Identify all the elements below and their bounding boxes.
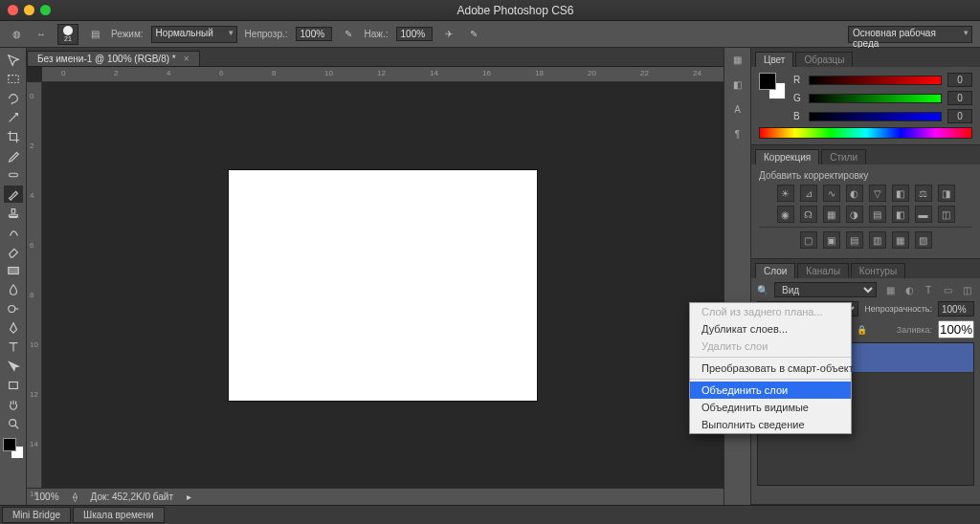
tab-paths[interactable]: Контуры <box>851 263 905 278</box>
character-panel-icon[interactable]: A <box>730 101 746 117</box>
foreground-background-swatch[interactable] <box>3 438 24 459</box>
doc-size[interactable]: Док: 452,2K/0 байт <box>91 491 173 502</box>
g-value[interactable]: 0 <box>947 91 972 105</box>
filter-shape-icon[interactable]: ▭ <box>940 283 955 296</box>
zoom-tool[interactable] <box>4 415 23 432</box>
stamp-tool[interactable] <box>4 205 23 222</box>
wand-tool[interactable] <box>4 109 23 126</box>
color-spectrum[interactable] <box>759 127 972 139</box>
adj-exposure-icon[interactable]: ◐ <box>846 185 863 202</box>
tab-styles[interactable]: Стили <box>821 149 866 164</box>
workspace-select[interactable]: Основная рабочая среда <box>848 26 972 43</box>
opacity-pressure-icon[interactable]: ✎ <box>340 26 357 43</box>
scrubby-icon[interactable]: ⟠ <box>73 491 78 502</box>
adj-channel-mixer-icon[interactable]: ☊ <box>800 206 817 223</box>
r-value[interactable]: 0 <box>947 73 972 87</box>
airbrush-icon[interactable]: ✈ <box>440 26 457 43</box>
move-tool[interactable] <box>4 52 23 69</box>
adj-bw-icon[interactable]: ◨ <box>938 185 955 202</box>
b-value[interactable]: 0 <box>947 109 972 123</box>
close-window-button[interactable] <box>8 5 18 15</box>
adj-preset3-icon[interactable]: ▤ <box>846 231 863 249</box>
menu-merge-visible[interactable]: Объединить видимые <box>690 399 851 416</box>
ps-logo-icon[interactable]: ◍ <box>8 26 25 43</box>
adj-preset4-icon[interactable]: ▥ <box>869 231 886 249</box>
tab-swatches[interactable]: Образцы <box>795 52 853 67</box>
adj-preset5-icon[interactable]: ▦ <box>892 231 909 249</box>
brush-preset-picker[interactable]: 21 <box>57 24 78 45</box>
eraser-tool[interactable] <box>4 243 23 260</box>
tab-timeline[interactable]: Шкала времени <box>73 507 164 523</box>
tablet-pressure-icon[interactable]: ✎ <box>465 26 482 43</box>
color-swatch[interactable] <box>759 73 786 99</box>
adj-lookup-icon[interactable]: ▦ <box>823 206 840 223</box>
eyedropper-tool[interactable] <box>4 147 23 164</box>
b-slider[interactable] <box>809 112 942 121</box>
filter-smart-icon[interactable]: ◫ <box>959 283 974 296</box>
adj-vibrance-icon[interactable]: ▽ <box>869 185 886 202</box>
filter-pixel-icon[interactable]: ▦ <box>882 283 898 296</box>
layer-opacity-field[interactable] <box>938 301 974 317</box>
history-panel-icon[interactable]: ▦ <box>730 52 746 67</box>
dodge-tool[interactable] <box>4 300 23 317</box>
adj-hue-icon[interactable]: ◧ <box>892 185 909 202</box>
layer-kind-select[interactable]: Вид <box>774 282 877 297</box>
zoom-window-button[interactable] <box>40 5 51 15</box>
blur-tool[interactable] <box>4 281 23 298</box>
path-select-tool[interactable] <box>4 358 23 375</box>
menu-convert-smart-object[interactable]: Преобразовать в смарт-объект <box>690 360 851 377</box>
close-tab-icon[interactable]: × <box>184 54 189 64</box>
tab-channels[interactable]: Каналы <box>797 263 849 278</box>
g-slider[interactable] <box>809 94 942 103</box>
tab-color[interactable]: Цвет <box>755 52 793 67</box>
blend-mode-select[interactable]: Нормальный <box>151 26 237 43</box>
horizontal-ruler[interactable]: 024681012141618202224 <box>42 67 724 82</box>
type-tool[interactable] <box>4 338 23 356</box>
crop-tool[interactable] <box>4 128 23 145</box>
adj-selective-icon[interactable]: ◫ <box>938 206 955 223</box>
adj-preset1-icon[interactable]: ▢ <box>800 231 817 249</box>
r-slider[interactable] <box>809 76 942 85</box>
spot-heal-tool[interactable] <box>4 166 23 184</box>
tab-adjustments[interactable]: Коррекция <box>755 149 819 164</box>
adj-photo-filter-icon[interactable]: ◉ <box>777 206 794 223</box>
tab-mini-bridge[interactable]: Mini Bridge <box>2 507 71 523</box>
canvas-viewport[interactable] <box>42 82 724 488</box>
history-brush-tool[interactable] <box>4 224 23 241</box>
adj-levels-icon[interactable]: ⊿ <box>800 185 817 202</box>
hand-tool[interactable] <box>4 396 23 413</box>
layer-fill-field[interactable] <box>938 320 974 338</box>
gradient-tool[interactable] <box>4 262 23 279</box>
vertical-ruler[interactable]: 0246810121416 <box>27 82 42 488</box>
flow-field[interactable]: 100% <box>396 27 433 41</box>
filter-adjust-icon[interactable]: ◐ <box>902 283 917 296</box>
lasso-tool[interactable] <box>4 90 23 107</box>
minimize-window-button[interactable] <box>24 5 34 15</box>
move-icon[interactable]: ↔ <box>33 26 50 43</box>
adj-curves-icon[interactable]: ∿ <box>823 185 840 202</box>
adj-posterize-icon[interactable]: ▤ <box>869 206 886 223</box>
menu-duplicate-layers[interactable]: Дубликат слоев... <box>690 320 851 338</box>
marquee-tool[interactable] <box>4 71 23 88</box>
brush-panel-icon[interactable]: ▤ <box>86 26 103 43</box>
adj-invert-icon[interactable]: ◑ <box>846 206 863 223</box>
brush-tool[interactable] <box>4 186 23 203</box>
menu-flatten-image[interactable]: Выполнить сведение <box>690 416 851 433</box>
lock-all-icon[interactable]: 🔒 <box>856 323 868 336</box>
opacity-field[interactable]: 100% <box>296 27 332 41</box>
status-flyout-icon[interactable]: ▸ <box>187 491 191 502</box>
tab-layers[interactable]: Слои <box>755 263 795 278</box>
adj-balance-icon[interactable]: ⚖ <box>915 185 932 202</box>
document-tab[interactable]: Без имени-1 @ 100% (RGB/8) * × <box>27 51 200 66</box>
adj-brightness-icon[interactable]: ☀ <box>777 185 794 202</box>
adj-threshold-icon[interactable]: ◧ <box>892 206 909 223</box>
pen-tool[interactable] <box>4 319 23 337</box>
document-canvas[interactable] <box>229 170 537 401</box>
adj-gradient-map-icon[interactable]: ▬ <box>915 206 932 223</box>
shape-tool[interactable] <box>4 377 23 394</box>
paragraph-panel-icon[interactable]: ¶ <box>730 126 746 142</box>
filter-type-icon[interactable]: T <box>921 283 936 296</box>
menu-merge-layers[interactable]: Объединить слои <box>690 382 851 399</box>
properties-panel-icon[interactable]: ◧ <box>730 76 746 92</box>
adj-preset6-icon[interactable]: ▧ <box>915 231 932 249</box>
